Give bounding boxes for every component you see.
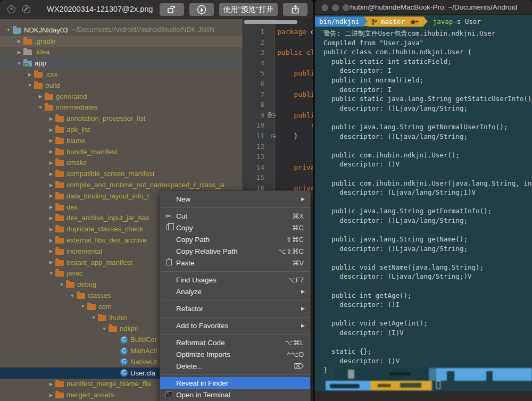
menu-item-label: Cut — [176, 212, 292, 220]
chevron-down-icon[interactable]: ▼ — [68, 293, 77, 298]
chevron-down-icon[interactable]: ▼ — [4, 27, 13, 32]
tree-row-compile-and-runtime-not-namespaced-r-class-ja[interactable]: ▶compile_and_runtime_not_namespaced_r_cl… — [0, 179, 243, 190]
terminal-line: public void setAge(int); — [315, 319, 532, 328]
editor-scrollbar-thumb[interactable] — [244, 20, 297, 24]
folder-folder-icon — [55, 127, 64, 133]
editor-line: 10 re — [243, 120, 313, 131]
menu-item-copy-path[interactable]: Copy Path⇧⌘C — [160, 233, 310, 245]
editor-line: 5 publi — [243, 68, 313, 79]
chevron-right-icon[interactable]: ▶ — [47, 160, 55, 165]
powerline-arrow — [363, 16, 368, 26]
chevron-right-icon[interactable]: ▶ — [47, 127, 55, 132]
folder-folder-icon — [55, 238, 64, 244]
paste-icon — [165, 259, 176, 267]
folder-folder-icon — [55, 149, 64, 155]
terminal-line: descriptor: (Ljava/lang/String;)V — [315, 272, 532, 281]
menu-item-optimize-imports[interactable]: Optimize Imports^⌥O — [160, 348, 310, 360]
menu-item-open-in-terminal[interactable]: Open in Terminal — [160, 389, 310, 400]
tree-row-label: duplicate_classes_check — [66, 225, 143, 233]
code-text: priva — [277, 162, 313, 173]
menu-item-paste[interactable]: Paste⌘V — [160, 257, 310, 269]
chevron-down-icon[interactable]: ▼ — [57, 282, 66, 287]
tree-row-annotation-processor-list[interactable]: ▶annotation_processor_list — [0, 113, 243, 124]
tree-row--cxx[interactable]: ▶.cxx — [0, 69, 243, 80]
tree-row-label: .cxx — [45, 70, 57, 78]
chevron-down-icon[interactable]: ▼ — [36, 105, 45, 110]
chevron-right-icon[interactable]: ▶ — [15, 49, 23, 55]
menu-item-label: Add to Favorites — [176, 322, 310, 330]
chevron-down-icon[interactable]: ▼ — [79, 304, 87, 309]
tree-row-ndkjniday03[interactable]: ▼NDKJNIday03~/Documents/Android/AndroidS… — [0, 24, 243, 36]
folder-folder-icon — [55, 260, 64, 266]
chevron-right-icon[interactable]: ▶ — [47, 149, 55, 154]
zoom-traffic-light[interactable] — [343, 4, 350, 11]
chevron-down-icon[interactable]: ▼ — [100, 326, 109, 331]
chevron-right-icon[interactable]: ▶ — [47, 182, 55, 188]
terminal-line — [315, 253, 532, 263]
menu-item-reformat-code[interactable]: Reformat Code⌥⌘L — [160, 337, 310, 348]
menu-item-find-usages[interactable]: Find Usages⌥F7 — [160, 274, 310, 286]
menu-item-add-to-favorites[interactable]: Add to Favorites▶ — [160, 320, 310, 331]
folder-folder-icon — [55, 138, 64, 144]
line-number: 2 — [243, 37, 264, 48]
close-traffic-light[interactable] — [321, 4, 328, 11]
chevron-right-icon[interactable]: ▶ — [47, 138, 55, 143]
terminal-line: descriptor: ()Ljava/lang/String; — [315, 132, 532, 141]
tree-row--gradle[interactable]: ▶.gradle — [0, 36, 243, 47]
close-icon[interactable]: ✕ — [7, 5, 15, 13]
tree-row-label: ihubin — [109, 314, 128, 322]
menu-item-new[interactable]: New▶ — [160, 193, 310, 205]
menu-item-cut[interactable]: ✂Cut⌘X — [160, 210, 310, 222]
line-number: 3 — [243, 47, 264, 58]
tree-row-compatible-screen-manifest[interactable]: ▶compatible_screen_manifest — [0, 168, 243, 179]
chevron-down-icon[interactable]: ▼ — [89, 315, 98, 320]
viewer-title: WX20200314-121307@2x.png — [47, 5, 153, 13]
annotate-button[interactable] — [189, 3, 214, 16]
tree-row--idea[interactable]: ▶.idea — [0, 47, 243, 58]
tree-row-build[interactable]: ▼build — [0, 80, 243, 91]
tree-row-label: external_libs_dex_archive — [66, 236, 146, 244]
tree-row-apk-list[interactable]: ▶apk_list — [0, 124, 243, 135]
chevron-down-icon[interactable]: ▼ — [15, 61, 23, 66]
chevron-right-icon[interactable]: ▶ — [47, 260, 55, 265]
chevron-right-icon[interactable]: ▶ — [47, 238, 55, 243]
tree-row-label: com — [98, 303, 112, 311]
rotate-button[interactable] — [160, 3, 184, 16]
menu-item-copy[interactable]: Copy⌘C — [160, 222, 310, 233]
minimize-traffic-light[interactable] — [332, 4, 339, 11]
share-button[interactable] — [283, 3, 307, 16]
chevron-right-icon[interactable]: ▶ — [47, 204, 55, 210]
chevron-down-icon[interactable]: ▼ — [26, 82, 34, 88]
chevron-right-icon[interactable]: ▶ — [47, 171, 55, 177]
menu-item-copy-relative-path[interactable]: Copy Relative Path⌥⇧⌘C — [160, 245, 310, 257]
git-dirty-flags: ●+ — [411, 18, 419, 26]
tree-row-generated[interactable]: ▶generated — [0, 91, 243, 102]
menu-item-analyze[interactable]: Analyze▶ — [160, 286, 310, 297]
menu-item-delete-[interactable]: Delete...⌦ — [160, 360, 310, 372]
chevron-right-icon[interactable]: ▶ — [47, 193, 55, 198]
chevron-right-icon[interactable]: ▶ — [47, 227, 55, 232]
editor-line: 15 — [243, 172, 313, 183]
chevron-right-icon[interactable]: ▶ — [47, 116, 55, 121]
tree-row-bundle-manifest[interactable]: ▶bundle_manifest — [0, 146, 243, 157]
chevron-right-icon[interactable]: ▶ — [36, 94, 45, 99]
fold-marker-icon[interactable] — [271, 113, 276, 118]
terminal-bottom-strip — [315, 391, 532, 401]
menu-item-refactor[interactable]: Refactor▶ — [160, 303, 310, 314]
menu-item-reveal-in-finder[interactable]: Reveal in Finder — [160, 377, 310, 389]
tree-row-intermediates[interactable]: ▼intermediates — [0, 102, 243, 113]
chevron-right-icon[interactable]: ▶ — [47, 215, 55, 221]
chevron-right-icon[interactable]: ▶ — [15, 38, 23, 44]
prohibit-icon[interactable] — [22, 5, 30, 13]
tree-row-cmake[interactable]: ▶cmake — [0, 157, 243, 169]
tree-row-app[interactable]: ▼app — [0, 57, 243, 69]
chevron-right-icon[interactable]: ▶ — [47, 381, 55, 387]
open-with-preview-button[interactable]: 使用"预览"打开 — [219, 3, 278, 16]
chevron-down-icon[interactable]: ▼ — [47, 271, 55, 276]
tree-row-blame[interactable]: ▶blame — [0, 135, 243, 146]
chevron-right-icon[interactable]: ▶ — [47, 248, 55, 254]
fold-marker-icon[interactable] — [271, 134, 276, 138]
chevron-right-icon[interactable]: ▶ — [26, 72, 34, 77]
terminal-line: descriptor: ()Ljava/lang/String; — [315, 244, 532, 254]
chevron-right-icon[interactable]: ▶ — [47, 392, 55, 398]
